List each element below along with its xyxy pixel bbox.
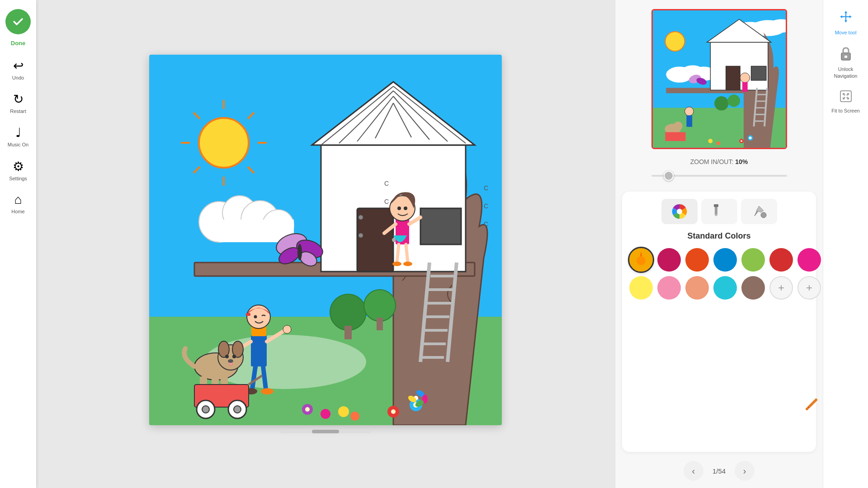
home-icon: ⌂ — [14, 192, 22, 207]
zoom-slider[interactable] — [651, 175, 787, 177]
lock-icon — [840, 47, 852, 64]
horizontal-scrollbar[interactable] — [280, 430, 371, 433]
svg-rect-37 — [420, 208, 461, 244]
unlock-navigation-button[interactable]: Unlock Navigation — [826, 42, 866, 84]
svg-point-53 — [397, 206, 401, 210]
color-swatch-brown[interactable] — [741, 276, 765, 300]
svg-point-86 — [228, 359, 233, 363]
svg-point-85 — [232, 355, 236, 358]
svg-point-72 — [254, 315, 257, 319]
nav-counter: 1/54 — [712, 467, 726, 475]
svg-point-97 — [350, 412, 359, 421]
color-swatch-yellow[interactable] — [629, 276, 653, 300]
color-swatch-salmon[interactable] — [685, 276, 709, 300]
svg-point-70 — [247, 305, 270, 328]
color-swatch-magenta[interactable] — [657, 248, 681, 272]
palette-tabs — [629, 199, 809, 224]
svg-point-31 — [359, 233, 363, 238]
sidebar-item-settings[interactable]: ⚙ Settings — [2, 155, 34, 185]
svg-text:C: C — [484, 202, 488, 210]
svg-rect-50 — [377, 318, 383, 330]
color-swatch-red-orange[interactable] — [685, 248, 709, 272]
svg-point-59 — [392, 262, 401, 266]
canvas-area: C C C C C — [36, 0, 615, 488]
restart-icon: ↻ — [13, 92, 24, 107]
svg-rect-132 — [742, 82, 747, 92]
color-swatch-pink-light[interactable] — [657, 276, 681, 300]
svg-point-141 — [708, 139, 712, 143]
svg-point-79 — [261, 388, 274, 394]
svg-rect-158 — [844, 56, 847, 58]
done-label: Done — [11, 40, 26, 47]
nav-prev-button[interactable]: ‹ — [684, 461, 703, 481]
preview-thumbnail — [651, 9, 787, 149]
restart-label: Restart — [10, 108, 26, 114]
svg-point-98 — [321, 409, 330, 419]
svg-point-3 — [199, 118, 249, 168]
color-section: Standard Colors + — [622, 192, 816, 452]
sidebar-item-restart[interactable]: ↻ Restart — [2, 88, 34, 118]
done-button[interactable] — [5, 9, 31, 34]
undo-icon: ↩ — [13, 58, 24, 73]
color-swatch-lime[interactable] — [741, 248, 765, 272]
fit-to-screen-button[interactable]: Fit to Screen — [826, 85, 866, 118]
color-swatch-add-1[interactable]: + — [769, 276, 793, 300]
settings-label: Settings — [9, 176, 27, 182]
color-swatch-orange-flame[interactable] — [629, 248, 653, 272]
settings-icon: ⚙ — [13, 159, 24, 174]
svg-point-140 — [674, 122, 683, 131]
color-swatch-hot-pink[interactable] — [797, 248, 821, 272]
color-swatch-cyan[interactable] — [713, 276, 737, 300]
zoom-section: ZOOM IN/OUT: 10% — [615, 154, 823, 187]
svg-point-144 — [749, 136, 751, 139]
svg-rect-66 — [251, 335, 267, 366]
zoom-value: 10% — [735, 158, 748, 165]
svg-rect-159 — [840, 91, 851, 102]
svg-point-112 — [665, 32, 684, 51]
sidebar-item-undo[interactable]: ↩ Undo — [2, 55, 34, 84]
color-swatch-blue[interactable] — [713, 248, 737, 272]
svg-point-156 — [637, 256, 646, 265]
svg-point-84 — [225, 355, 229, 358]
svg-point-60 — [403, 262, 412, 266]
unlock-navigation-label: Unlock Navigation — [829, 66, 863, 79]
home-label: Home — [11, 209, 24, 215]
svg-rect-153 — [714, 204, 718, 207]
nav-next-button[interactable]: › — [735, 461, 755, 481]
svg-point-30 — [359, 215, 363, 220]
svg-point-102 — [391, 409, 396, 414]
svg-point-65 — [297, 244, 302, 260]
undo-label: Undo — [12, 75, 24, 81]
svg-point-104 — [305, 407, 310, 412]
palette-tab-fill[interactable] — [741, 199, 777, 224]
right-panel: ZOOM IN/OUT: 10% — [615, 0, 823, 488]
svg-point-155 — [629, 248, 653, 272]
palette-tab-brush[interactable] — [701, 199, 737, 224]
svg-point-49 — [364, 290, 396, 321]
svg-point-151 — [677, 209, 682, 214]
svg-line-77 — [263, 366, 266, 389]
sidebar-item-home[interactable]: ⌂ Home — [2, 189, 34, 218]
svg-point-54 — [404, 206, 407, 210]
svg-rect-138 — [686, 115, 692, 127]
palette-tab-color-wheel[interactable] — [661, 199, 698, 224]
move-tool-button[interactable]: Move tool — [826, 5, 866, 40]
coloring-canvas[interactable]: C C C C C — [149, 55, 502, 425]
preview-section — [615, 0, 823, 154]
color-grid: + + — [629, 248, 809, 300]
nav-footer: ‹ 1/54 › — [615, 456, 823, 488]
svg-point-160 — [806, 408, 808, 410]
svg-text:C: C — [484, 184, 488, 192]
svg-point-154 — [761, 212, 766, 218]
color-swatch-red[interactable] — [769, 248, 793, 272]
scrollbar-thumb — [312, 430, 339, 433]
svg-point-92 — [202, 406, 209, 413]
brush-floating-button[interactable] — [802, 395, 821, 413]
svg-point-47 — [330, 294, 366, 330]
sidebar-item-music[interactable]: ♩ Music On — [2, 122, 34, 151]
color-swatch-add-2[interactable]: + — [797, 276, 821, 300]
svg-line-57 — [397, 244, 399, 263]
svg-rect-147 — [665, 132, 685, 141]
right-toolbar: Move tool Unlock Navigation Fit to Scree… — [823, 0, 868, 488]
svg-point-94 — [234, 406, 241, 413]
